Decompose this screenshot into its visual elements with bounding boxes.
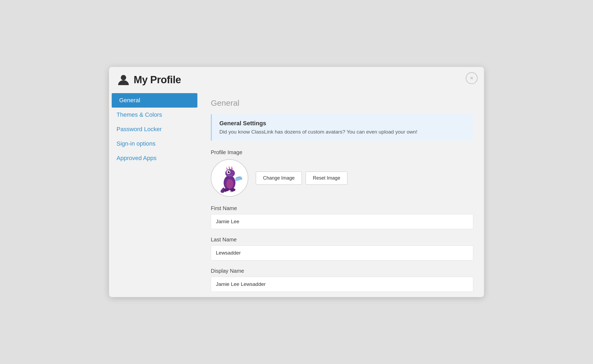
display-name-label: Display Name (211, 268, 473, 274)
banner-title: General Settings (219, 120, 466, 127)
first-name-section: First Name (211, 205, 473, 229)
profile-image-section: Profile Image (211, 149, 473, 197)
svg-point-9 (229, 171, 230, 172)
image-buttons: Change Image Reset Image (256, 172, 347, 185)
last-name-section: Last Name (211, 237, 473, 260)
first-name-label: First Name (211, 205, 473, 211)
sidebar-item-password-locker[interactable]: Password Locker (109, 122, 200, 136)
profile-modal: My Profile × General Themes & Colors Pas… (109, 67, 484, 297)
sidebar: General Themes & Colors Password Locker … (109, 90, 200, 297)
svg-point-3 (225, 169, 235, 177)
change-image-button[interactable]: Change Image (256, 172, 302, 185)
sidebar-item-themes-colors[interactable]: Themes & Colors (109, 108, 200, 122)
modal-body: General Themes & Colors Password Locker … (109, 90, 484, 297)
svg-point-0 (121, 75, 126, 80)
person-icon (117, 73, 130, 86)
profile-image-row: Change Image Reset Image (211, 159, 473, 197)
svg-marker-4 (226, 167, 228, 170)
svg-point-12 (226, 179, 233, 189)
info-banner: General Settings Did you know ClassLink … (211, 114, 473, 141)
section-title: General (211, 98, 473, 108)
svg-marker-5 (229, 166, 230, 169)
svg-marker-6 (231, 166, 233, 169)
sidebar-item-approved-apps[interactable]: Approved Apps (109, 151, 200, 165)
sidebar-item-sign-in-options[interactable]: Sign-in options (109, 136, 200, 151)
page-title: My Profile (134, 74, 181, 86)
modal-header: My Profile × (109, 67, 484, 90)
close-button[interactable]: × (466, 72, 478, 84)
display-name-section: Display Name (211, 268, 473, 292)
close-icon: × (470, 75, 474, 82)
display-name-input[interactable] (211, 277, 473, 292)
banner-text: Did you know ClassLink has dozens of cus… (219, 129, 466, 135)
last-name-input[interactable] (211, 245, 473, 260)
first-name-input[interactable] (211, 214, 473, 229)
last-name-label: Last Name (211, 237, 473, 243)
avatar-image (213, 162, 246, 194)
reset-image-button[interactable]: Reset Image (306, 172, 347, 185)
avatar (211, 159, 248, 197)
sidebar-item-general[interactable]: General (112, 93, 197, 108)
profile-image-label: Profile Image (211, 149, 473, 156)
main-content: General General Settings Did you know Cl… (200, 90, 484, 297)
